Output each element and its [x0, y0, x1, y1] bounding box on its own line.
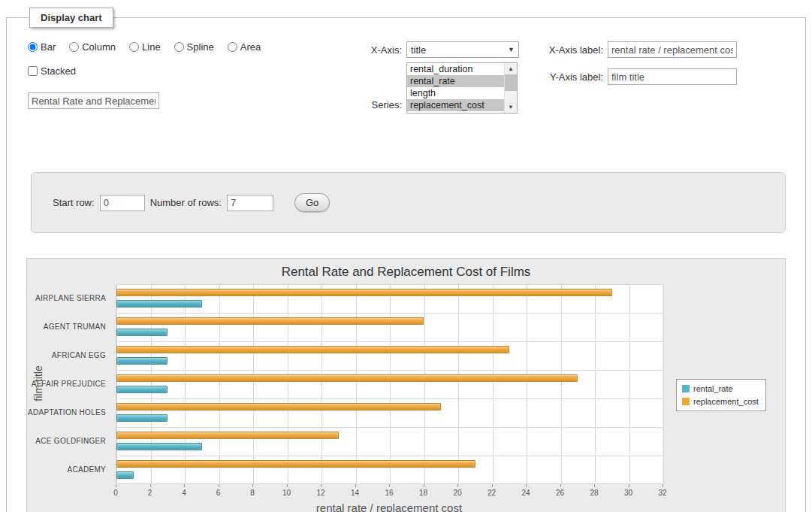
x-axis-label-row: X-Axis label:	[543, 41, 737, 58]
chart-type-option-spline[interactable]: Spline	[174, 41, 214, 53]
go-button[interactable]: Go	[294, 193, 330, 212]
tick-label: 12	[316, 489, 324, 497]
tick-label: 14	[351, 489, 359, 497]
chart-type-radio-column[interactable]	[69, 42, 79, 52]
tick-mark	[629, 484, 629, 487]
chart-type-radio-spline[interactable]	[174, 42, 184, 52]
series-option-rental_rate[interactable]: rental_rate	[407, 75, 504, 87]
tick-mark	[321, 484, 321, 487]
chart-type-text: Column	[82, 41, 116, 53]
category-label: ADAPTATION HOLES	[27, 398, 111, 427]
tick-mark	[116, 484, 116, 487]
plot-area	[116, 284, 663, 484]
num-rows-input[interactable]	[227, 195, 273, 211]
tick-mark	[150, 484, 151, 487]
stacked-checkbox[interactable]	[28, 66, 38, 76]
chart-type-text: Bar	[41, 41, 56, 53]
gridline-vertical	[424, 284, 425, 484]
bar-replacement_cost-adaptation-holes	[116, 403, 441, 411]
tick-label: 2	[148, 489, 152, 497]
chevron-down-icon: ▼	[506, 46, 516, 53]
x-axis-selected-value: title	[411, 44, 426, 56]
start-row-input[interactable]	[100, 195, 145, 211]
chart-title: Rental Rate and Replacement Cost of Film…	[27, 265, 785, 280]
chart-type-option-line[interactable]: Line	[129, 41, 161, 53]
gridline-vertical	[663, 284, 664, 484]
bar-rental_rate-african-egg	[116, 357, 168, 365]
legend-label: replacement_cost	[693, 397, 759, 406]
scrollbar-thumb[interactable]	[505, 74, 517, 91]
chart-type-option-bar[interactable]: Bar	[28, 41, 56, 53]
x-axis-label-input[interactable]	[608, 41, 737, 58]
display-chart-fieldset: Display chart BarColumnLineSplineArea St…	[6, 8, 806, 512]
chart-type-radio-bar[interactable]	[28, 42, 38, 52]
gridline-vertical	[116, 284, 117, 484]
chart-panel: Rental Rate and Replacement Cost of Film…	[26, 258, 786, 512]
series-option-rental_duration[interactable]: rental_duration	[407, 63, 504, 75]
tick-label: 6	[216, 489, 221, 497]
gridline-horizontal	[116, 341, 663, 342]
category-label: ACE GOLDFINGER	[27, 427, 111, 456]
tick-label: 20	[453, 489, 461, 497]
bar-rental_rate-airplane-sierra	[116, 300, 202, 308]
tick-label: 16	[385, 489, 393, 497]
series-label: Series:	[366, 99, 402, 111]
gridline-vertical	[493, 284, 494, 484]
x-axis-select[interactable]: title ▼	[406, 41, 519, 58]
gridline-vertical	[321, 284, 322, 484]
category-label: AFRICAN EGG	[27, 341, 111, 370]
x-axis-label-label: X-Axis label:	[543, 44, 603, 56]
tick-label: 22	[488, 489, 496, 497]
start-row-label: Start row:	[53, 197, 95, 208]
bar-replacement_cost-agent-truman	[116, 317, 424, 325]
chart-type-radio-area[interactable]	[228, 42, 237, 52]
y-axis-label-input[interactable]	[608, 68, 737, 85]
category-label: ACADEMY DINOSAUR	[27, 456, 111, 484]
stacked-label: Stacked	[41, 65, 76, 77]
chart-type-text: Line	[142, 41, 161, 53]
tick-mark	[355, 484, 356, 487]
gridline-vertical	[151, 284, 152, 484]
chart-type-radio-line[interactable]	[129, 42, 139, 52]
tick-mark	[252, 484, 253, 487]
category-labels: AIRPLANE SIERRAAGENT TRUMANAFRICAN EGGAF…	[27, 284, 111, 484]
legend-item-replacement_cost[interactable]: replacement_cost	[682, 397, 759, 406]
series-option-length[interactable]: length	[407, 87, 504, 99]
x-axis-title: rental rate / replacement cost	[116, 501, 663, 512]
chart-type-text: Spline	[187, 41, 214, 53]
bar-replacement_cost-airplane-sierra	[116, 289, 612, 296]
scroll-up-icon[interactable]: ▲	[505, 63, 517, 74]
tick-label: 10	[282, 489, 291, 497]
tick-mark	[594, 484, 595, 487]
series-scrollbar[interactable]: ▲ ▼	[504, 63, 517, 113]
legend-swatch	[682, 385, 690, 392]
gridline-vertical	[288, 284, 288, 484]
bar-replacement_cost-ace-goldfinger	[116, 432, 339, 439]
gridline-horizontal	[116, 456, 663, 456]
chart-type-option-area[interactable]: Area	[228, 41, 261, 53]
chart-type-option-column[interactable]: Column	[69, 41, 116, 53]
tick-mark	[389, 484, 390, 487]
category-label: AFFAIR PREJUDICE	[27, 370, 111, 398]
gridline-vertical	[629, 284, 630, 484]
tick-label: 18	[419, 489, 427, 497]
series-option-replacement_cost[interactable]: replacement_cost	[407, 99, 504, 111]
tick-label: 24	[521, 489, 530, 497]
tick-label: 26	[556, 489, 564, 497]
series-options: rental_durationrental_ratelengthreplacem…	[407, 63, 504, 113]
chart-type-group: BarColumnLineSplineArea	[28, 41, 270, 53]
tick-mark	[560, 484, 561, 487]
y-axis-label-label: Y-Axis label:	[543, 71, 603, 83]
gridline-horizontal	[116, 370, 663, 371]
rows-panel: Start row: Number of rows: Go	[31, 172, 786, 233]
gridline-vertical	[219, 284, 220, 484]
scroll-down-icon[interactable]: ▼	[505, 101, 517, 113]
category-label: AIRPLANE SIERRA	[27, 284, 111, 313]
stacked-checkbox-row[interactable]: Stacked	[28, 65, 76, 77]
gridline-vertical	[253, 284, 254, 484]
legend-item-rental_rate[interactable]: rental_rate	[682, 384, 759, 393]
chart-title-input[interactable]	[28, 92, 159, 109]
tick-mark	[492, 484, 493, 487]
series-listbox[interactable]: rental_durationrental_ratelengthreplacem…	[406, 62, 518, 114]
chart-type-text: Area	[240, 41, 261, 53]
